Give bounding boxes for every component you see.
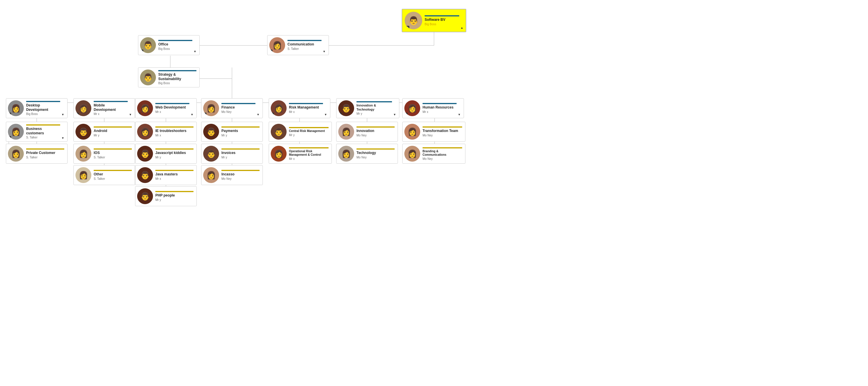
node-payments[interactable]: 👨 Payments Mr y	[201, 122, 263, 142]
node-desktop-dev[interactable]: 👩 2 Desktop Development Big Boss ▼	[6, 98, 67, 118]
node-sub-human-resources: Mr x	[423, 110, 457, 113]
avatar-technology: 👩	[338, 146, 354, 162]
avatar-business-customers: 👩 4	[8, 124, 24, 140]
node-title-business-customers: Business customers	[26, 127, 60, 135]
node-risk-mgmt[interactable]: 👩 2 Risk Management Mr x ▼	[269, 98, 330, 118]
node-sub-payments: Mr y	[221, 134, 259, 137]
avatar-java-masters: 👨	[137, 167, 153, 183]
node-operational-risk[interactable]: 👩 Operational Risk Management & Control …	[269, 144, 332, 164]
node-info-javascript-kiddies: Javascript kiddies Mr y	[155, 148, 193, 159]
top-bar-desktop-dev	[26, 101, 60, 102]
badge-business-customers: 4	[8, 136, 11, 140]
node-sub-desktop-dev: Big Boss	[26, 112, 60, 115]
badge-innovation-tech: 2	[338, 113, 341, 116]
top-bar-risk-mgmt	[289, 103, 323, 104]
avatar-innovation-tech: 👨 2	[338, 100, 354, 116]
expand-arrow-desktop-dev[interactable]: ▼	[61, 113, 64, 116]
top-bar-ios	[94, 148, 132, 150]
node-innovation-tech[interactable]: 👨 2 Innovation & Technology Mr y ▼	[336, 98, 399, 118]
node-php-people[interactable]: 👨 PHP people Mr y	[135, 186, 197, 206]
node-title-risk-mgmt: Risk Management	[289, 105, 323, 109]
node-strategy[interactable]: 👨 Strategy & Sustainability Big Boss	[138, 67, 200, 87]
node-title-branding-comms: Branding & Communications	[423, 150, 462, 156]
node-sub-ios: S. Talker	[94, 156, 132, 159]
avatar-office: 👨 2	[140, 37, 156, 53]
node-sub-software-bv: Big Boss	[425, 23, 459, 26]
expand-arrow-risk-mgmt[interactable]: ▼	[324, 113, 327, 116]
avatar-invoices: 👨	[203, 146, 219, 162]
node-transformation-team[interactable]: 👩 Transformation Team Mo Ney	[402, 122, 465, 142]
badge-risk-mgmt: 2	[271, 113, 274, 116]
node-other[interactable]: 👩 Other S. Talker	[73, 165, 135, 185]
node-business-customers[interactable]: 👩 4 Business customers S. Talker ▼	[6, 122, 67, 142]
node-software-bv[interactable]: 👨 10 Software BV Big Boss ▲	[402, 9, 466, 32]
badge-office: 2	[140, 49, 143, 53]
top-bar-human-resources	[423, 103, 457, 104]
expand-arrow-software-bv[interactable]: ▲	[460, 26, 463, 29]
node-info-invoices: Invoices Mr y	[221, 148, 259, 159]
top-bar-invoices	[221, 148, 259, 150]
avatar-innovation: 👩	[338, 124, 354, 140]
node-info-incasso: Incasso Mo Ney	[221, 170, 259, 180]
node-web-dev[interactable]: 👩 4 Web Development Mr x ▼	[135, 98, 197, 118]
node-sub-invoices: Mr y	[221, 156, 259, 159]
node-finance[interactable]: 👩 3 Finance Mo Ney ▼	[201, 98, 263, 118]
node-sub-business-customers: S. Talker	[26, 136, 60, 139]
node-android[interactable]: 👨 Android Mr y	[73, 122, 135, 142]
node-invoices[interactable]: 👨 Invoices Mr y	[201, 144, 263, 164]
node-info-finance: Finance Mo Ney	[221, 103, 255, 113]
expand-arrow-communication[interactable]: ▼	[323, 50, 326, 53]
avatar-transformation-team: 👩	[404, 124, 420, 140]
node-javascript-kiddies[interactable]: 👨 Javascript kiddies Mr y	[135, 144, 197, 164]
node-technology[interactable]: 👩 Technology Mo Ney	[336, 144, 398, 164]
avatar-software-bv: 👨 10	[405, 12, 422, 29]
node-ie-troubleshooters[interactable]: 👩 IE troubleshooters Mr x	[135, 122, 197, 142]
node-info-other: Other S. Talker	[94, 170, 132, 180]
node-info-ie-troubleshooters: IE troubleshooters Mr x	[155, 127, 193, 137]
node-java-masters[interactable]: 👨 Java masters Mr x	[135, 165, 197, 185]
expand-arrow-mobile-dev[interactable]: ▼	[129, 113, 132, 116]
node-office[interactable]: 👨 2 Office Big Boss ▼	[138, 35, 200, 55]
node-sub-android: Mr y	[94, 134, 132, 137]
node-title-android: Android	[94, 129, 132, 133]
node-mobile-dev[interactable]: 👩 3 Mobile Development Mr x ▼	[73, 98, 135, 118]
node-info-strategy: Strategy & Sustainability Big Boss	[158, 70, 196, 85]
node-info-central-risk: Central Risk Management Mr y	[289, 127, 329, 137]
node-title-invoices: Invoices	[221, 151, 259, 155]
avatar-incasso: 👩	[203, 167, 219, 183]
node-title-finance: Finance	[221, 105, 255, 109]
expand-arrow-business-customers[interactable]: ▼	[61, 136, 64, 140]
avatar-central-risk: 👨	[271, 124, 287, 140]
avatar-desktop-dev: 👩 2	[8, 100, 24, 116]
top-bar-finance	[221, 103, 255, 104]
node-innovation[interactable]: 👩 Innovation Mo Ney	[336, 122, 398, 142]
node-sub-php-people: Mr y	[155, 198, 193, 202]
expand-arrow-office[interactable]: ▼	[193, 50, 196, 53]
expand-arrow-human-resources[interactable]: ▼	[458, 113, 461, 116]
node-private-customer[interactable]: 👩 Private Customer S. Talker	[6, 144, 67, 164]
node-ios[interactable]: 👩 IOS S. Talker	[73, 144, 135, 164]
node-info-business-customers: Business customers S. Talker	[26, 125, 60, 139]
node-info-software-bv: Software BV Big Boss	[425, 15, 459, 26]
node-branding-comms[interactable]: 👩 Branding & Communications Mo Ney	[402, 144, 465, 164]
node-incasso[interactable]: 👩 Incasso Mo Ney	[201, 165, 263, 185]
badge-web-dev: 4	[137, 113, 141, 116]
node-central-risk[interactable]: 👨 Central Risk Management Mr y	[269, 122, 332, 142]
node-info-innovation-tech: Innovation & Technology Mr y	[356, 101, 392, 115]
node-sub-strategy: Big Boss	[158, 81, 196, 85]
node-sub-transformation-team: Mo Ney	[423, 134, 462, 137]
top-bar-business-customers	[26, 125, 60, 126]
top-bar-transformation-team	[423, 127, 462, 128]
node-sub-java-masters: Mr x	[155, 177, 193, 180]
top-bar-branding-comms	[423, 147, 462, 148]
node-info-operational-risk: Operational Risk Management & Control Mr…	[289, 147, 329, 161]
avatar-operational-risk: 👩	[271, 146, 287, 162]
node-title-technology: Technology	[356, 151, 395, 155]
node-human-resources[interactable]: 👩 2 Human Resources Mr x ▼	[402, 98, 464, 118]
node-communication[interactable]: 👩 1 Communication S. Talker ▼	[267, 35, 329, 55]
node-sub-incasso: Mo Ney	[221, 177, 259, 180]
expand-arrow-innovation-tech[interactable]: ▼	[393, 113, 396, 116]
expand-arrow-web-dev[interactable]: ▼	[191, 113, 193, 116]
expand-arrow-finance[interactable]: ▼	[257, 113, 259, 116]
avatar-android: 👨	[75, 124, 91, 140]
